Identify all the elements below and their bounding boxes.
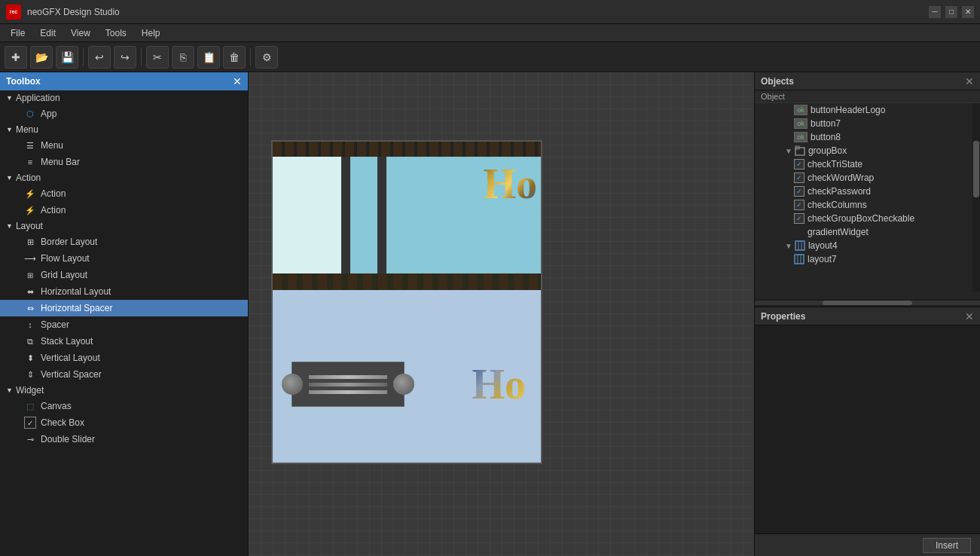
toolbox-item-app[interactable]: ⬡ App xyxy=(0,105,248,122)
properties-panel-close-button[interactable]: ✕ xyxy=(965,310,974,322)
app-logo: rec xyxy=(6,5,21,20)
canvas-stripe-2 xyxy=(380,157,386,273)
obj-item-checkgroupboxcheckable[interactable]: ✓ checkGroupBoxCheckable xyxy=(755,212,980,225)
design-canvas[interactable]: Ho xyxy=(271,140,542,464)
obj-label-checkcolumns: checkColumns xyxy=(808,200,867,210)
canvas-stripe-1 xyxy=(344,157,350,273)
obj-item-checktristate[interactable]: ✓ checkTriState xyxy=(755,157,980,171)
toolbox-item-horizontal-spacer[interactable]: ⇔ Horizontal Spacer xyxy=(0,300,248,316)
section-layout[interactable]: ▼ Layout xyxy=(0,218,248,234)
toolbox-item-double-slider[interactable]: ⊸ Double Slider xyxy=(0,431,248,448)
toolbox-item-checkbox[interactable]: ✓ Check Box xyxy=(0,414,248,431)
toolbar-new-button[interactable]: ✚ xyxy=(5,46,27,69)
objects-vscrollbar-thumb[interactable] xyxy=(973,141,979,197)
toolbox-body[interactable]: ▼ Application ⬡ App ▼ Menu ☰ Menu ≡ Menu… xyxy=(0,90,248,556)
objects-scroll-container[interactable]: ok buttonHeaderLogo ok button7 ok button… xyxy=(755,103,980,299)
toolbox-item-canvas[interactable]: ⬚ Canvas xyxy=(0,398,248,414)
section-action[interactable]: ▼ Action xyxy=(0,170,248,185)
toolbox-item-vertical-spacer-label: Vertical Spacer xyxy=(41,369,102,380)
toolbox-item-action-2[interactable]: ⚡ Action xyxy=(0,202,248,218)
menu-edit[interactable]: Edit xyxy=(32,26,63,40)
spacer-widget-container xyxy=(288,356,408,413)
obj-item-layout7[interactable]: layout7 xyxy=(755,252,980,266)
insert-button[interactable]: Insert xyxy=(923,538,971,553)
toolbox-item-vertical-layout[interactable]: ⬍ Vertical Layout xyxy=(0,350,248,366)
obj-item-checkpassword[interactable]: ✓ checkPassword xyxy=(755,185,980,198)
toolbox-item-menu[interactable]: ☰ Menu xyxy=(0,137,248,154)
obj-item-groupbox[interactable]: ▼ groupBox xyxy=(755,144,980,157)
canvas-ho-text-bottom: Ho xyxy=(472,363,526,405)
toolbar-separator-1 xyxy=(83,48,84,66)
obj-item-button7[interactable]: ok button7 xyxy=(755,117,980,130)
menu-icon: ☰ xyxy=(24,139,36,151)
close-window-button[interactable]: ✕ xyxy=(962,6,974,18)
obj-item-checkcolumns[interactable]: ✓ checkColumns xyxy=(755,198,980,212)
toolbar-redo-button[interactable]: ↪ xyxy=(114,46,136,69)
toolbox-item-vertical-spacer[interactable]: ⇕ Vertical Spacer xyxy=(0,366,248,383)
triangle-menu: ▼ xyxy=(6,126,13,133)
menu-help[interactable]: Help xyxy=(134,26,168,40)
toolbox-item-action-1-label: Action xyxy=(41,188,66,199)
toolbar-save-button[interactable]: 💾 xyxy=(56,46,78,69)
toolbox-item-action-1[interactable]: ⚡ Action xyxy=(0,185,248,202)
toolbar-copy-button[interactable]: ⎘ xyxy=(172,46,194,69)
triangle-action: ▼ xyxy=(6,174,13,182)
toolbar-paste-button[interactable]: 📋 xyxy=(197,46,220,69)
section-menu[interactable]: ▼ Menu xyxy=(0,122,248,137)
toolbox-item-spacer[interactable]: ↕ Spacer xyxy=(0,316,248,333)
canvas-area[interactable]: Ho xyxy=(249,72,754,556)
action-1-icon: ⚡ xyxy=(24,188,36,200)
gradient-widget-icon xyxy=(794,227,804,237)
toolbar-open-button[interactable]: 📂 xyxy=(30,46,53,69)
objects-column-header: Object xyxy=(755,90,980,103)
toolbox-item-menu-bar[interactable]: ≡ Menu Bar xyxy=(0,154,248,170)
properties-body xyxy=(755,325,980,533)
obj-label-button7: button7 xyxy=(811,118,841,129)
border-layout-icon: ⊞ xyxy=(24,236,36,248)
toolbox-close-button[interactable]: ✕ xyxy=(233,75,242,87)
objects-vscrollbar[interactable] xyxy=(972,103,980,292)
spacer-knob-left xyxy=(282,374,303,395)
obj-item-buttonheaderlogo[interactable]: ok buttonHeaderLogo xyxy=(755,103,980,117)
menu-tools[interactable]: Tools xyxy=(98,26,134,40)
obj-label-checktristate: checkTriState xyxy=(808,159,862,170)
obj-item-checkwordwrap[interactable]: ✓ checkWordWrap xyxy=(755,171,980,185)
toolbox-item-horizontal-spacer-label: Horizontal Spacer xyxy=(41,303,112,313)
toolbar-undo-button[interactable]: ↩ xyxy=(88,46,111,69)
toolbox-item-stack-layout[interactable]: ⧉ Stack Layout xyxy=(0,333,248,350)
menu-view[interactable]: View xyxy=(63,26,98,40)
objects-panel-close-button[interactable]: ✕ xyxy=(965,75,974,87)
canvas-col-1 xyxy=(273,157,344,273)
toolbar-settings-button[interactable]: ⚙ xyxy=(255,46,278,69)
checkbox-icon-columns: ✓ xyxy=(794,200,804,210)
main-content: Toolbox ✕ ▼ Application ⬡ App ▼ Menu ☰ M… xyxy=(0,72,980,556)
toolbox-item-grid-layout-label: Grid Layout xyxy=(41,270,87,280)
spacer-line-1 xyxy=(309,375,387,379)
section-application[interactable]: ▼ Application xyxy=(0,90,248,105)
obj-item-layout4[interactable]: ▼ layout4 xyxy=(755,239,980,252)
objects-list[interactable]: ok buttonHeaderLogo ok button7 ok button… xyxy=(755,103,980,266)
vertical-spacer-icon: ⇕ xyxy=(24,368,36,380)
obj-item-gradientwidget[interactable]: gradientWidget xyxy=(755,225,980,239)
toolbox-item-grid-layout[interactable]: ⊞ Grid Layout xyxy=(0,267,248,283)
section-widget[interactable]: ▼ Widget xyxy=(0,383,248,398)
checkbox-icon-password: ✓ xyxy=(794,186,804,197)
toolbox-item-horizontal-layout[interactable]: ⬌ Horizontal Layout xyxy=(0,283,248,300)
ok-icon-3: ok xyxy=(794,132,808,142)
action-2-icon: ⚡ xyxy=(24,204,36,216)
title-bar: rec neoGFX Design Studio ─ □ ✕ xyxy=(0,0,980,24)
objects-hscrollbar-thumb[interactable] xyxy=(823,301,913,305)
maximize-button[interactable]: □ xyxy=(945,6,957,18)
toolbar-delete-button[interactable]: 🗑 xyxy=(223,46,246,69)
properties-panel-title: Properties xyxy=(761,311,805,322)
minimize-button[interactable]: ─ xyxy=(929,6,941,18)
toolbar-separator-3 xyxy=(250,48,251,66)
menu-file[interactable]: File xyxy=(3,26,32,40)
toolbox-item-border-layout[interactable]: ⊞ Border Layout xyxy=(0,234,248,250)
obj-item-button8[interactable]: ok button8 xyxy=(755,130,980,144)
toolbox-item-flow-layout[interactable]: ⟶ Flow Layout xyxy=(0,250,248,267)
toolbox-item-spacer-label: Spacer xyxy=(41,319,69,330)
toolbox-item-app-label: App xyxy=(41,108,56,119)
toolbar-cut-button[interactable]: ✂ xyxy=(146,46,169,69)
objects-hscrollbar[interactable] xyxy=(755,299,980,307)
